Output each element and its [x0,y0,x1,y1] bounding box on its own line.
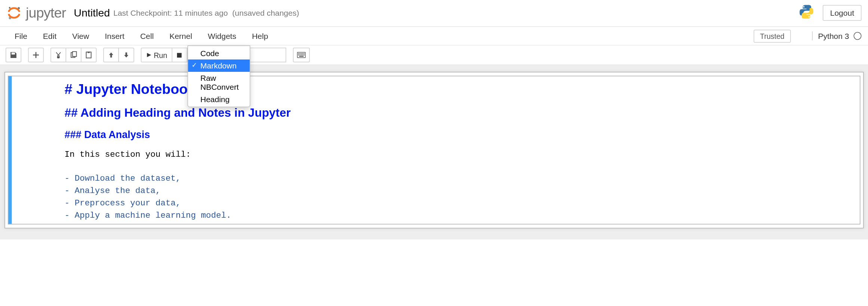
toolbar: Run Code Markdown Raw NBConvert Heading [0,46,868,65]
kernel-name: Python 3 [818,31,849,40]
arrow-down-icon [123,52,130,58]
celltype-dropdown: Code Markdown Raw NBConvert Heading [187,46,250,107]
notebook-header: jupyter Untitled Last Checkpoint: 11 min… [0,0,868,27]
stop-icon [177,52,183,58]
arrow-up-icon [108,52,114,58]
menu-kernel[interactable]: Kernel [162,27,200,45]
run-button[interactable]: Run [141,48,172,62]
jupyter-brand-text: jupyter [26,4,66,21]
svg-rect-21 [299,56,303,56]
notebook-inner: # Jupyter Notebook ## Adding Heading and… [4,72,864,229]
menu-edit[interactable]: Edit [35,27,64,45]
cell-editor[interactable]: # Jupyter Notebook ## Adding Heading and… [60,76,860,224]
keyboard-icon [297,52,306,58]
add-cell-button[interactable] [28,48,44,62]
kernel-status-icon [854,32,862,40]
svg-rect-8 [88,52,89,53]
svg-point-4 [809,16,810,18]
svg-rect-6 [73,52,77,56]
jupyter-logo[interactable]: jupyter [7,4,66,21]
move-down-button[interactable] [119,48,134,62]
md-list-item: - Apply a machine learning model. [65,209,856,222]
logout-button[interactable]: Logout [823,5,861,21]
md-blank-line [65,161,856,173]
unsaved-indicator: (unsaved changes) [232,8,299,17]
notebook-name[interactable]: Untitled [74,6,110,19]
md-body-intro: In this section you will: [65,149,856,161]
save-icon [10,51,18,59]
svg-rect-14 [302,53,303,54]
md-list-item: - Analyse the data, [65,185,856,198]
svg-rect-13 [301,53,302,54]
md-list: - Download the dataset, - Analyse the da… [65,173,856,222]
plus-icon [32,51,40,59]
cut-button[interactable] [51,48,66,62]
svg-rect-11 [298,53,299,54]
interrupt-button[interactable] [172,48,187,62]
paste-icon [85,51,93,59]
md-list-item: - Preprocess your data, [65,198,856,210]
celltype-option-code[interactable]: Code [188,47,250,59]
menu-bar: File Edit View Insert Cell Kernel Widget… [0,27,868,46]
command-palette-button[interactable] [293,48,310,62]
run-label: Run [154,51,167,59]
menu-widgets[interactable]: Widgets [200,27,244,45]
cut-icon [55,51,62,59]
kernel-indicator[interactable]: Python 3 [812,31,861,40]
cell-select-strip [9,76,12,224]
svg-rect-19 [302,55,303,55]
svg-rect-18 [301,55,302,55]
svg-rect-16 [298,55,299,55]
md-h2-line: ## Adding Heading and Notes in Jupyter [65,104,856,122]
python-icon [798,3,815,22]
menu-view[interactable]: View [64,27,97,45]
svg-rect-15 [303,53,304,54]
notebook-container: # Jupyter Notebook ## Adding Heading and… [0,65,868,240]
svg-rect-12 [299,53,300,54]
svg-rect-9 [177,53,182,57]
md-h1-line: # Jupyter Notebook [65,79,856,99]
celltype-option-heading[interactable]: Heading [188,93,250,105]
copy-icon [70,51,77,59]
svg-rect-20 [303,55,304,55]
svg-rect-17 [299,55,300,55]
jupyter-icon [7,5,21,20]
cell-prompt-area [12,76,60,224]
markdown-cell[interactable]: # Jupyter Notebook ## Adding Heading and… [8,76,861,225]
copy-button[interactable] [66,48,82,62]
celltype-option-markdown[interactable]: Markdown [188,59,250,72]
md-h3-line: ### Data Analysis [65,127,856,142]
menu-file[interactable]: File [7,27,35,45]
checkpoint-status: Last Checkpoint: 11 minutes ago [113,8,228,17]
menu-cell[interactable]: Cell [132,27,162,45]
md-list-item: - Download the dataset, [65,173,856,185]
trusted-indicator[interactable]: Trusted [754,30,791,43]
play-icon [146,52,152,58]
menu-insert[interactable]: Insert [97,27,132,45]
save-button[interactable] [6,48,21,62]
celltype-option-raw[interactable]: Raw NBConvert [188,72,250,93]
menu-help[interactable]: Help [244,27,276,45]
move-up-button[interactable] [103,48,119,62]
svg-point-3 [803,6,805,7]
paste-button[interactable] [81,48,97,62]
